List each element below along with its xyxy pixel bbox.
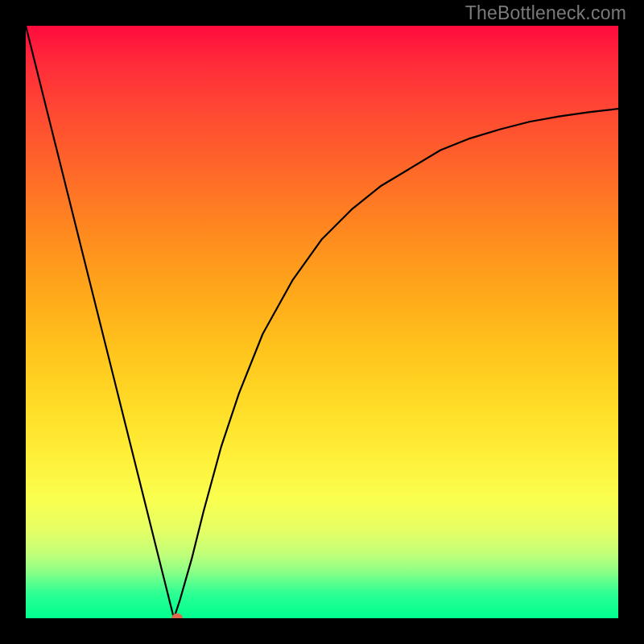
chart-frame: TheBottleneck.com xyxy=(0,0,644,644)
attribution-text: TheBottleneck.com xyxy=(465,2,626,24)
optimum-marker xyxy=(171,613,183,618)
plot-area xyxy=(26,26,618,618)
bottleneck-curve xyxy=(26,26,618,618)
